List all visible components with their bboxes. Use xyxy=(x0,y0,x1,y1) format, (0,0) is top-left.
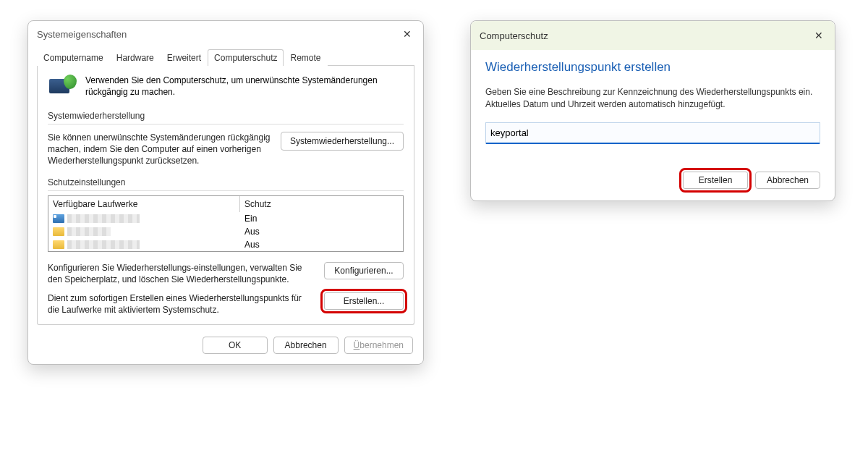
description-input-wrap xyxy=(485,122,820,144)
restore-description: Sie können unerwünschte Systemänderungen… xyxy=(48,132,273,167)
protection-value: Aus xyxy=(244,240,399,250)
dialog1-footer: OK Abbrechen Übernehmen xyxy=(28,331,423,364)
dialog1-titlebar: Systemeigenschaften ✕ xyxy=(28,21,423,44)
shield-monitor-icon xyxy=(48,75,77,101)
drive-name-redacted xyxy=(67,240,140,249)
drive-name-redacted xyxy=(67,227,111,236)
apply-button: Übernehmen xyxy=(344,337,413,354)
system-properties-dialog: Systemeigenschaften ✕ Computername Hardw… xyxy=(27,20,424,365)
dialog2-title: Computerschutz xyxy=(480,30,548,41)
configure-button[interactable]: Konfigurieren... xyxy=(324,262,404,279)
tab-remote[interactable]: Remote xyxy=(284,49,327,66)
tab-computerschutz[interactable]: Computerschutz xyxy=(208,49,284,66)
protection-value: Aus xyxy=(244,227,399,237)
col-header-drives: Verfügbare Laufwerke xyxy=(48,196,240,212)
drives-table: Verfügbare Laufwerke Schutz Ein Aus Aus xyxy=(48,195,404,252)
dialog1-title: Systemeigenschaften xyxy=(37,29,127,40)
table-row[interactable]: Aus xyxy=(48,238,403,251)
tab-erweitert[interactable]: Erweitert xyxy=(161,49,208,66)
create-button[interactable]: Erstellen xyxy=(683,172,748,189)
dialog2-description: Geben Sie eine Beschreibung zur Kennzeic… xyxy=(485,86,820,111)
drive-name-redacted xyxy=(67,214,140,223)
create-description: Dient zum sofortigen Erstellen eines Wie… xyxy=(48,292,317,316)
close-icon[interactable]: ✕ xyxy=(812,28,826,43)
protection-value: Ein xyxy=(244,214,399,224)
table-row[interactable]: Aus xyxy=(48,225,403,238)
tab-hardware[interactable]: Hardware xyxy=(110,49,161,66)
close-icon[interactable]: ✕ xyxy=(400,27,414,41)
ok-button[interactable]: OK xyxy=(203,337,268,354)
col-header-protection: Schutz xyxy=(240,196,403,212)
create-restore-point-dialog: Computerschutz ✕ Wiederherstellungspunkt… xyxy=(470,20,835,201)
create-restore-point-button[interactable]: Erstellen... xyxy=(324,292,404,310)
drive-folder-icon xyxy=(53,227,64,236)
intro-text: Verwenden Sie den Computerschutz, um une… xyxy=(85,75,404,98)
system-restore-button[interactable]: Systemwiederherstellung... xyxy=(281,132,404,151)
tab-body: Verwenden Sie den Computerschutz, um une… xyxy=(37,66,414,325)
cancel-button[interactable]: Abbrechen xyxy=(273,337,339,354)
cancel-button[interactable]: Abbrechen xyxy=(755,172,820,189)
tab-strip: Computername Hardware Erweitert Computer… xyxy=(37,48,414,66)
restore-section-label: Systemwiederherstellung xyxy=(48,111,404,121)
table-row[interactable]: Ein xyxy=(48,212,403,225)
tab-computername[interactable]: Computername xyxy=(37,49,110,66)
protection-section-label: Schutzeinstellungen xyxy=(48,177,404,187)
configure-description: Konfigurieren Sie Wiederherstellungs-ein… xyxy=(48,262,317,285)
drive-folder-icon xyxy=(53,240,64,249)
drive-system-icon xyxy=(53,214,64,223)
dialog2-titlebar: Computerschutz ✕ xyxy=(471,21,835,50)
dialog2-heading: Wiederherstellungspunkt erstellen xyxy=(485,60,820,75)
drives-table-header: Verfügbare Laufwerke Schutz xyxy=(48,196,403,212)
restore-point-name-input[interactable] xyxy=(486,123,820,144)
